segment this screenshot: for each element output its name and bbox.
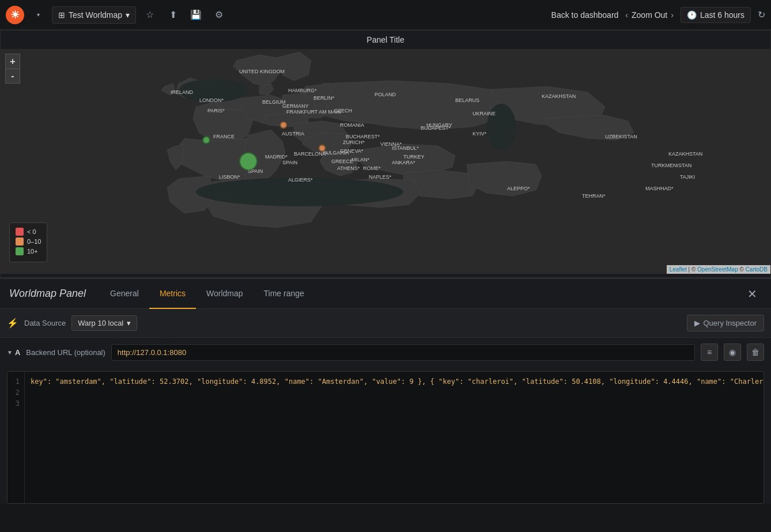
map-zoom-out-button[interactable]: - (5, 69, 20, 84)
code-line-1: key": "amsterdam", "latitude": 52.3702, … (31, 378, 764, 386)
zoom-next-arrow[interactable]: › (671, 10, 674, 20)
tab-worldmap[interactable]: Worldmap (196, 279, 254, 309)
svg-text:GREECE: GREECE (331, 159, 353, 164)
svg-text:MADRID*: MADRID* (265, 154, 288, 160)
settings-icon[interactable]: ⚙ (210, 6, 228, 24)
svg-text:HAMBURG*: HAMBURG* (288, 88, 317, 93)
svg-text:AUSTRIA: AUSTRIA (282, 131, 304, 137)
svg-text:ROMANIA: ROMANIA (340, 122, 364, 128)
svg-text:LONDON*: LONDON* (199, 97, 224, 103)
back-to-dashboard-link[interactable]: Back to dashboard (551, 10, 619, 20)
leaflet-link[interactable]: Leaflet (670, 266, 687, 273)
zoom-controls: ‹ Zoom Out › (625, 10, 674, 20)
grafana-logo[interactable]: ☀ (6, 6, 24, 24)
map-legend: < 0 0–10 10+ (9, 222, 47, 262)
svg-text:KAZAKHSTAN: KAZAKHSTAN (668, 151, 702, 157)
zoom-prev-arrow[interactable]: ‹ (625, 10, 628, 20)
legend-color-negative (16, 228, 24, 236)
trash-icon: 🗑 (751, 348, 759, 357)
backend-url-label: Backend URL (optional) (26, 348, 105, 357)
legend-item-low: 0–10 (16, 237, 41, 246)
svg-text:GENEVA*: GENEVA* (340, 148, 364, 154)
svg-text:FRANCE: FRANCE (213, 134, 235, 139)
nav-dropdown-toggle[interactable]: ▾ (29, 6, 47, 24)
query-collapse-arrow[interactable]: ▼ (7, 349, 13, 356)
svg-text:ZURICH*: ZURICH* (343, 139, 365, 145)
openstreetmap-link[interactable]: OpenStreetMap (697, 266, 738, 273)
datasource-bar: ⚡ Data Source Warp 10 local ▾ ▶ Query In… (0, 309, 771, 338)
svg-text:TEHRAN*: TEHRAN* (582, 193, 606, 199)
svg-text:PARIS*: PARIS* (207, 108, 225, 114)
query-inspector-button[interactable]: ▶ Query Inspector (687, 315, 765, 331)
svg-text:ATHENS*: ATHENS* (337, 165, 360, 171)
tab-general[interactable]: General (100, 279, 149, 309)
panel-edit-title: Worldmap Panel (9, 288, 86, 300)
query-label: ▼ A (7, 348, 20, 357)
list-icon: ≡ (707, 348, 712, 357)
svg-text:SPAIN: SPAIN (248, 168, 263, 174)
share-icon[interactable]: ⬆ (164, 6, 182, 24)
svg-text:MILAN*: MILAN* (352, 157, 370, 163)
datasource-label: Data Source (24, 319, 66, 327)
eye-button[interactable]: ◉ (724, 344, 741, 361)
svg-text:POLAND: POLAND (375, 92, 396, 97)
svg-text:BUCHAREST*: BUCHAREST* (346, 134, 380, 139)
save-icon[interactable]: 💾 (187, 6, 205, 24)
datasource-dropdown[interactable]: Warp 10 local ▾ (71, 315, 137, 331)
dashboard-title-button[interactable]: ⊞ Test Worldmap ▾ (52, 6, 136, 24)
datasource-icon: ⚡ (7, 318, 18, 329)
svg-text:MASHHAD*: MASHHAD* (645, 186, 674, 191)
panel-edit-header: Worldmap Panel General Metrics Worldmap … (0, 279, 771, 309)
backend-url-input[interactable] (111, 344, 695, 361)
tab-time-range[interactable]: Time range (254, 279, 315, 309)
line-number-2: 2 (12, 387, 20, 398)
panel-area: Panel Title (0, 30, 771, 278)
svg-text:ROME*: ROME* (363, 165, 381, 171)
refresh-button[interactable]: ↻ (758, 9, 765, 20)
svg-text:TURKEY: TURKEY (403, 154, 425, 160)
close-panel-edit-button[interactable]: ✕ (743, 282, 762, 305)
svg-text:ISTANBUL*: ISTANBUL* (392, 145, 419, 151)
delete-query-button[interactable]: 🗑 (747, 344, 764, 361)
metrics-content: ⚡ Data Source Warp 10 local ▾ ▶ Query In… (0, 309, 771, 504)
format-list-button[interactable]: ≡ (701, 344, 718, 361)
svg-text:NAPLES*: NAPLES* (369, 174, 392, 180)
time-range-picker[interactable]: 🕐 Last 6 hours (681, 7, 751, 23)
svg-text:LISBON*: LISBON* (219, 174, 240, 180)
legend-item-negative: < 0 (16, 228, 41, 236)
svg-text:SPAIN: SPAIN (282, 160, 297, 165)
svg-text:KAZAKHSTAN: KAZAKHSTAN (542, 93, 576, 99)
datasource-arrow-icon: ▾ (127, 319, 131, 327)
svg-text:KYIV*: KYIV* (473, 131, 487, 137)
dashboard-dropdown-arrow: ▾ (126, 10, 130, 20)
legend-item-high: 10+ (16, 247, 41, 255)
svg-text:TAJIKI: TAJIKI (680, 174, 695, 180)
map-zoom-in-button[interactable]: + (5, 54, 20, 69)
code-content[interactable]: key": "amsterdam", "latitude": 52.3702, … (25, 372, 764, 503)
cartodb-link[interactable]: CartoDB (746, 266, 768, 273)
line-numbers: 1 2 3 (7, 372, 25, 503)
svg-text:BELARUS: BELARUS (455, 97, 479, 103)
svg-text:ALGIERS*: ALGIERS* (288, 177, 313, 183)
zoom-out-label[interactable]: Zoom Out (632, 10, 667, 20)
query-inspector-label: Query Inspector (704, 319, 757, 327)
tab-metrics[interactable]: Metrics (149, 279, 196, 309)
star-icon[interactable]: ☆ (141, 6, 159, 24)
code-editor: 1 2 3 key": "amsterdam", "latitude": 52.… (7, 371, 764, 504)
svg-text:TURKMENISTAN: TURKMENISTAN (651, 163, 691, 168)
legend-color-high (16, 247, 24, 255)
nav-right: Back to dashboard ‹ Zoom Out › 🕐 Last 6 … (551, 7, 765, 23)
svg-text:CZECH: CZECH (334, 108, 352, 114)
top-navigation: ☀ ▾ ⊞ Test Worldmap ▾ ☆ ⬆ 💾 ⚙ Back to da… (0, 0, 771, 30)
nav-left: ☀ ▾ ⊞ Test Worldmap ▾ ☆ ⬆ 💾 ⚙ (6, 6, 551, 24)
map-controls: + - (5, 54, 20, 84)
svg-text:UNITED KINGDOM: UNITED KINGDOM (239, 69, 285, 74)
datasource-value: Warp 10 local (78, 319, 123, 327)
svg-text:UKRAINE: UKRAINE (473, 111, 496, 116)
world-map-svg: UNITED KINGDOM BELGIUM GERMANY HAMBURG* … (1, 49, 770, 274)
svg-text:BERLIN*: BERLIN* (313, 95, 335, 101)
legend-color-low (16, 237, 24, 246)
query-row: ▼ A Backend URL (optional) ≡ ◉ 🗑 (7, 344, 764, 361)
line-number-3: 3 (12, 398, 20, 409)
panel-edit-section: Worldmap Panel General Metrics Worldmap … (0, 278, 771, 504)
